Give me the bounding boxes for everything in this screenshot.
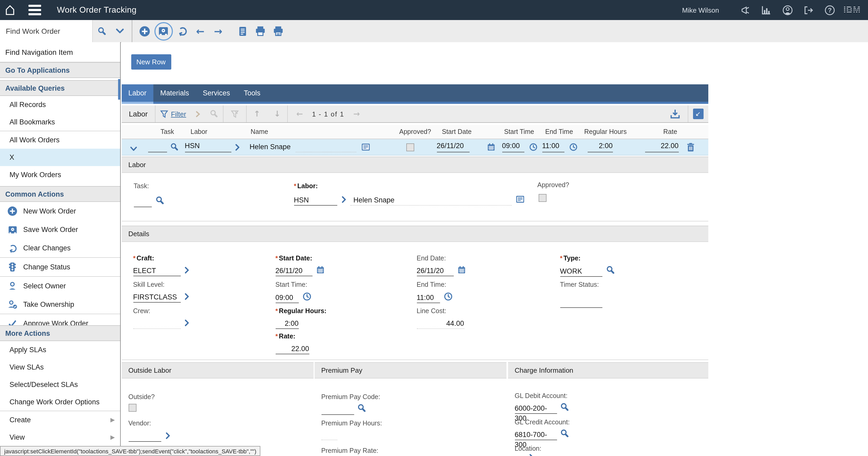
outside-checkbox[interactable]: [128, 404, 136, 412]
gl-debit-search-icon[interactable]: [560, 403, 569, 414]
action-approve-work-order[interactable]: Approve Work Order: [0, 314, 120, 325]
craft-field[interactable]: ELECT: [133, 266, 181, 276]
row-start-date-field[interactable]: 26/11/20: [437, 142, 469, 152]
clear-filter-icon[interactable]: [223, 105, 246, 122]
save-icon[interactable]: [153, 20, 174, 42]
type-search-icon[interactable]: [606, 266, 615, 277]
clock-icon[interactable]: [529, 143, 537, 153]
clock-icon[interactable]: [302, 292, 311, 303]
gl-credit-search-icon[interactable]: [560, 429, 569, 440]
action-take-ownership[interactable]: Take Ownership: [0, 295, 120, 314]
tab-labor[interactable]: Labor: [122, 84, 153, 102]
help-icon[interactable]: ?: [819, 0, 840, 20]
more-action-change-work-order-options[interactable]: Change Work Order Options: [0, 393, 120, 411]
crew-detail-chevron-icon[interactable]: [184, 319, 189, 328]
sidebar-header-more-actions[interactable]: More Actions: [0, 325, 120, 341]
end-date-field[interactable]: 26/11/20: [416, 266, 454, 276]
more-action-view[interactable]: View ▶: [0, 429, 120, 446]
previous-row-icon[interactable]: ↑: [247, 105, 267, 122]
long-description-icon[interactable]: [516, 195, 524, 205]
col-task[interactable]: Task: [160, 128, 174, 135]
details-section-header[interactable]: Details: [122, 225, 708, 242]
labor-field[interactable]: HSN: [294, 195, 337, 206]
end-time-field[interactable]: 11:00: [416, 292, 440, 303]
labor-section-header[interactable]: Labor: [122, 157, 708, 173]
calendar-icon[interactable]: [316, 266, 324, 276]
row-start-time-field[interactable]: 09:00: [502, 142, 524, 152]
col-end-time[interactable]: End Time: [545, 128, 573, 135]
more-action-create[interactable]: Create ▶: [0, 411, 120, 429]
task-field[interactable]: [133, 196, 152, 207]
premium-pay-code-search-icon[interactable]: [357, 404, 366, 415]
clock-icon[interactable]: [443, 292, 453, 303]
more-action-select-deselect-slas[interactable]: Select/Deselect SLAs: [0, 376, 120, 393]
next-page-icon[interactable]: →: [349, 105, 365, 122]
action-new-work-order[interactable]: New Work Order: [0, 202, 120, 220]
next-record-icon[interactable]: →: [209, 20, 227, 42]
reports-icon[interactable]: [756, 0, 777, 20]
col-regular-hours[interactable]: Regular Hours: [584, 128, 627, 135]
next-row-icon[interactable]: ↓: [267, 105, 287, 122]
col-name[interactable]: Name: [251, 128, 268, 135]
rate-field[interactable]: 22.00: [275, 344, 309, 354]
vendor-field[interactable]: [128, 431, 161, 442]
skill-detail-chevron-icon[interactable]: [184, 293, 189, 302]
start-time-field[interactable]: 09:00: [275, 292, 299, 303]
task-search-icon[interactable]: [155, 196, 164, 207]
premium-pay-header[interactable]: Premium Pay: [314, 362, 506, 378]
reports-document-icon[interactable]: [234, 20, 251, 42]
row-expander-icon[interactable]: [130, 144, 137, 153]
chevron-down-icon[interactable]: [111, 20, 129, 42]
gl-credit-field[interactable]: 6810-700-300: [515, 429, 557, 440]
task-search-icon[interactable]: [170, 143, 178, 153]
sidebar-header-common-actions[interactable]: Common Actions: [0, 186, 120, 202]
print-icon[interactable]: [251, 20, 269, 42]
row-approved-checkbox[interactable]: [406, 143, 414, 151]
find-work-order-input[interactable]: Find Work Order: [0, 20, 93, 42]
print-with-attachments-icon[interactable]: [269, 20, 287, 42]
row-regular-hours-field[interactable]: 2:00: [587, 142, 613, 152]
action-save-work-order[interactable]: Save Work Order: [0, 220, 120, 239]
sidebar-scrollbar-thumb[interactable]: [118, 79, 120, 100]
filter-toggle[interactable]: Filter: [156, 105, 191, 122]
labor-table-row[interactable]: HSN Helen Snape 26/11/20 09:00 11:00 2:0…: [122, 139, 708, 155]
minimize-table-icon[interactable]: ↙: [693, 109, 703, 119]
row-task-field[interactable]: [148, 142, 167, 152]
vendor-detail-chevron-icon[interactable]: [165, 432, 170, 441]
action-change-status[interactable]: Change Status: [0, 257, 120, 276]
sidebar-item-all-work-orders[interactable]: All Work Orders: [0, 131, 120, 149]
row-labor-field[interactable]: HSN: [185, 142, 231, 152]
calendar-icon[interactable]: [457, 266, 466, 276]
delete-row-icon[interactable]: [686, 143, 694, 154]
menu-icon[interactable]: [24, 0, 45, 20]
premium-pay-code-field[interactable]: [321, 404, 354, 415]
sidebar-header-available-queries[interactable]: Available Queries: [0, 80, 120, 96]
tab-materials[interactable]: Materials: [153, 84, 196, 102]
gl-debit-field[interactable]: 6000-200-300: [515, 403, 557, 414]
announcements-icon[interactable]: [735, 0, 756, 20]
action-select-owner[interactable]: Select Owner: [0, 276, 120, 295]
filter-link[interactable]: Filter: [171, 110, 186, 118]
type-field[interactable]: WORK: [560, 266, 602, 276]
new-record-icon[interactable]: [135, 20, 153, 42]
row-end-time-field[interactable]: 11:00: [542, 142, 564, 152]
find-navigation-input[interactable]: Find Navigation Item: [0, 42, 120, 62]
row-rate-field[interactable]: 22.00: [645, 142, 679, 152]
tab-tools[interactable]: Tools: [237, 84, 267, 102]
clear-changes-icon[interactable]: [174, 20, 191, 42]
start-date-field[interactable]: 26/11/20: [275, 266, 312, 276]
col-start-time[interactable]: Start Time: [504, 128, 534, 135]
charge-information-header[interactable]: Charge Information: [508, 362, 708, 378]
skill-level-field[interactable]: FIRSTCLASS: [133, 292, 181, 303]
clock-icon[interactable]: [569, 143, 577, 153]
col-rate[interactable]: Rate: [663, 128, 677, 135]
outside-labor-header[interactable]: Outside Labor: [122, 362, 313, 378]
sign-out-icon[interactable]: [798, 0, 819, 20]
tab-services[interactable]: Services: [196, 84, 237, 102]
col-labor[interactable]: Labor: [190, 128, 207, 135]
calendar-icon[interactable]: [487, 143, 495, 153]
table-search-icon[interactable]: [205, 105, 223, 122]
sidebar-item-my-work-orders[interactable]: My Work Orders: [0, 166, 120, 183]
download-icon[interactable]: [662, 109, 687, 119]
crew-field[interactable]: [133, 318, 181, 329]
